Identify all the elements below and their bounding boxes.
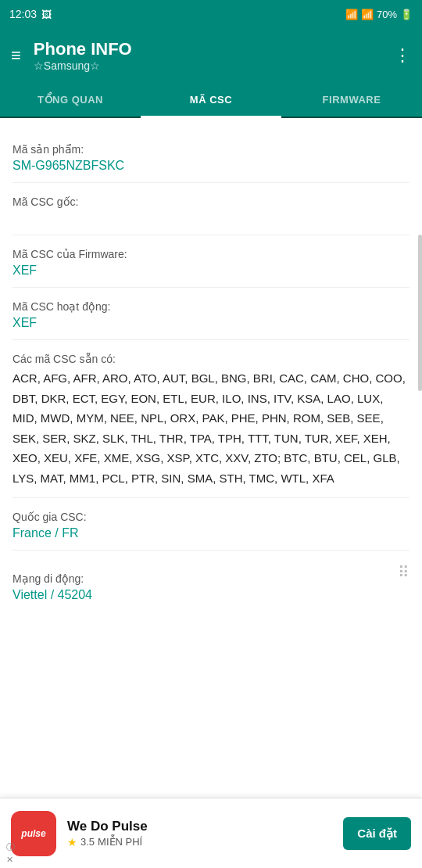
active-csc-value: XEF	[13, 316, 409, 330]
product-code-value: SM-G965NZBFSKC	[13, 159, 409, 173]
ad-app-icon: pulse	[11, 811, 56, 856]
original-csc-label: Mã CSC gốc:	[13, 195, 409, 208]
network-label: Mạng di động:	[13, 572, 92, 585]
network-text-group: Mạng di động: Viettel / 45204	[13, 560, 92, 605]
status-time: 12:03 🖼	[9, 8, 52, 20]
status-bar: 12:03 🖼 📶 📶 70% 🔋	[0, 0, 422, 28]
available-csc-value: ACR, AFG, AFR, ARO, ATO, AUT, BGL, BNG, …	[13, 368, 409, 488]
app-title: Phone INFO	[34, 39, 381, 59]
product-code-label: Mã sản phẩm:	[13, 143, 409, 156]
network-row: Mạng di động: Viettel / 45204 ⠿	[13, 560, 409, 605]
available-csc-label: Các mã CSC sẵn có:	[13, 353, 409, 365]
signal-icon: 📶	[361, 9, 374, 20]
tab-ma-csc[interactable]: MÃ CSC	[141, 83, 281, 117]
tab-firmware[interactable]: FIRMWARE	[281, 83, 422, 117]
main-content: Mã sản phẩm: SM-G965NZBFSKC Mã CSC gốc: …	[0, 118, 422, 683]
app-subtitle: ☆Samsung☆	[34, 59, 381, 72]
tab-tong-quan[interactable]: TỔNG QUAN	[0, 83, 141, 117]
hamburger-menu-icon[interactable]: ≡	[11, 45, 21, 66]
ad-rating: 3.5	[80, 836, 95, 848]
ad-info-icon[interactable]: ⓘ	[6, 841, 15, 853]
network-value: Viettel / 45204	[13, 588, 92, 602]
ad-icon-text: pulse	[21, 828, 45, 839]
firmware-csc-value: XEF	[13, 264, 409, 278]
country-label: Quốc gia CSC:	[13, 511, 409, 523]
tab-bar: TỔNG QUAN MÃ CSC FIRMWARE	[0, 83, 422, 118]
ad-star-icon: ★	[67, 836, 77, 848]
notification-icon: 🖼	[41, 9, 52, 20]
time-display: 12:03	[9, 8, 37, 20]
ad-info-area: We Do Pulse ★ 3.5 MIỄN PHÍ	[67, 819, 332, 848]
active-csc-label: Mã CSC hoạt động:	[13, 300, 409, 313]
ad-title: We Do Pulse	[67, 819, 332, 834]
app-bar: ≡ Phone INFO ☆Samsung☆ ⋮	[0, 28, 422, 83]
battery-icon: 🔋	[400, 9, 413, 20]
divider-5	[13, 497, 409, 498]
scroll-indicator[interactable]	[418, 235, 422, 391]
status-icons: 📶 📶 70% 🔋	[345, 9, 413, 20]
ad-install-button[interactable]: Cài đặt	[343, 817, 411, 850]
app-bar-title-area: Phone INFO ☆Samsung☆	[34, 39, 381, 72]
divider-2	[13, 235, 409, 235]
ad-corner-controls: ⓘ ✕	[6, 841, 15, 865]
wifi-icon: 📶	[345, 9, 358, 20]
ad-sub-info: ★ 3.5 MIỄN PHÍ	[67, 836, 332, 848]
more-options-icon[interactable]: ⋮	[394, 45, 411, 66]
divider-4	[13, 339, 409, 340]
ad-banner: ⓘ ✕ pulse We Do Pulse ★ 3.5 MIỄN PHÍ Cài…	[0, 798, 422, 868]
divider-3	[13, 287, 409, 288]
battery-text: 70%	[377, 9, 397, 20]
divider-1	[13, 182, 409, 183]
ad-close-icon[interactable]: ✕	[6, 855, 15, 865]
firmware-csc-label: Mã CSC của Firmware:	[13, 248, 409, 260]
divider-6	[13, 550, 409, 551]
grid-icon: ⠿	[398, 563, 409, 582]
original-csc-value	[13, 211, 409, 225]
ad-free-label: MIỄN PHÍ	[98, 836, 142, 848]
country-value: France / FR	[13, 526, 409, 540]
